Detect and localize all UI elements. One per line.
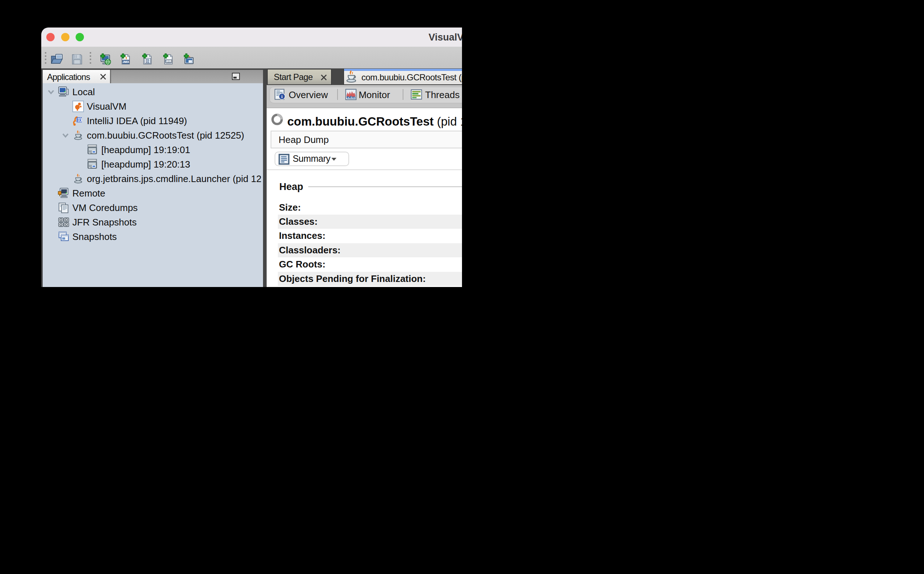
svg-text:01: 01 <box>146 61 150 64</box>
svg-text:JMX: JMX <box>123 60 129 64</box>
svg-text:JFR: JFR <box>166 59 172 63</box>
svg-text:i: i <box>282 94 283 99</box>
